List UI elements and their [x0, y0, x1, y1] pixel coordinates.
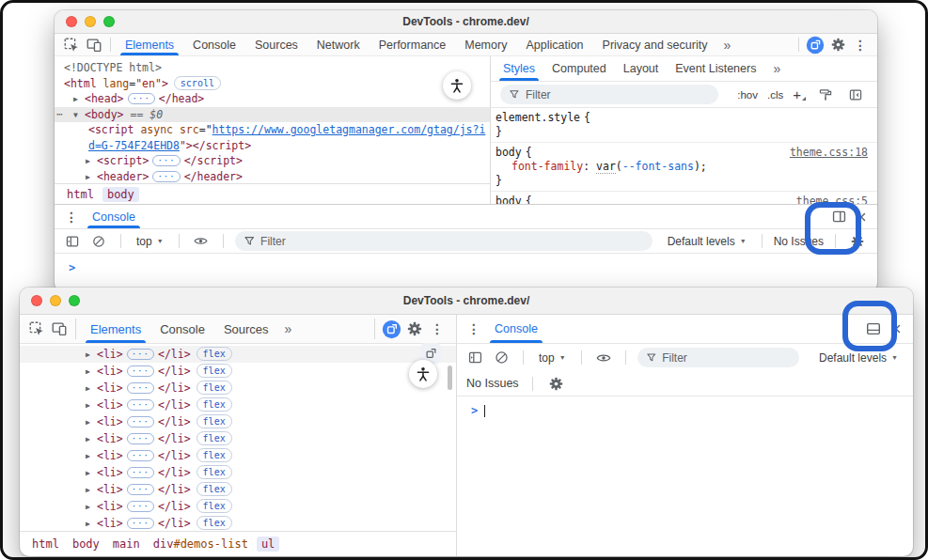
- expand-arrow-icon[interactable]: ▶: [86, 414, 97, 431]
- script-src-link[interactable]: https://www.googletagmanager.com/gtag/js…: [212, 123, 486, 136]
- expand-children-dots-icon[interactable]: ···: [127, 450, 154, 461]
- expand-children-dots-icon[interactable]: ···: [127, 518, 154, 529]
- issues-counter[interactable]: No Issues: [466, 377, 519, 390]
- expand-arrow-icon[interactable]: ▶: [86, 170, 97, 184]
- expand-children-dots-icon[interactable]: ···: [127, 484, 154, 495]
- toggle-sidebar-icon[interactable]: [845, 87, 866, 102]
- console-settings-gear-icon[interactable]: [847, 234, 868, 249]
- tab-application[interactable]: Application: [516, 34, 592, 55]
- tree-node-li[interactable]: ▶<li>···</li>flex: [20, 413, 456, 430]
- tree-node-doctype[interactable]: <!DOCTYPE html>: [55, 60, 490, 76]
- breadcrumb-html[interactable]: html: [62, 187, 99, 202]
- execution-context-dropdown[interactable]: top▼: [133, 235, 167, 248]
- more-options-kebab-icon[interactable]: ⋮: [849, 34, 872, 55]
- console-filter-input[interactable]: [637, 348, 799, 367]
- panel-tab-console[interactable]: Console: [485, 315, 547, 343]
- expand-children-dots-icon[interactable]: ···: [127, 349, 154, 360]
- flex-badge[interactable]: flex: [197, 397, 232, 412]
- new-style-rule-plus-icon[interactable]: +: [793, 86, 806, 102]
- element-classes-button[interactable]: .cls: [767, 89, 783, 101]
- style-rule-element-style[interactable]: element.style{ }: [491, 108, 877, 143]
- panel-menu-kebab-icon[interactable]: ⋮: [463, 315, 485, 343]
- breadcrumb-main[interactable]: main: [108, 537, 145, 552]
- tree-node-gtm-script-wrap[interactable]: d=G-754F24EHD8"></script>: [55, 138, 490, 154]
- tree-node-li[interactable]: ▶<li>···</li>flex: [20, 464, 456, 481]
- script-src-link[interactable]: d=G-754F24EHD8: [88, 139, 180, 152]
- tree-node-li[interactable]: ▶<li>···</li>flex: [20, 380, 456, 397]
- inspect-element-icon[interactable]: [60, 34, 83, 55]
- tree-node-html[interactable]: <html lang="en">scroll: [55, 76, 490, 92]
- expand-arrow-icon[interactable]: ▶: [86, 431, 97, 448]
- tab-sources[interactable]: Sources: [245, 34, 307, 55]
- style-rule-body-theme5[interactable]: body{theme.css:5: [491, 192, 877, 204]
- console-filter-field[interactable]: [662, 351, 790, 365]
- expand-arrow-icon[interactable]: ▶: [86, 364, 97, 381]
- tab-elements[interactable]: Elements: [116, 34, 183, 55]
- dock-state-blue-icon[interactable]: [804, 34, 826, 55]
- flex-badge[interactable]: flex: [197, 465, 232, 479]
- tree-node-li[interactable]: ▶<li>···</li>flex: [20, 447, 456, 464]
- device-toolbar-icon[interactable]: [48, 315, 71, 343]
- expand-children-dots-icon[interactable]: ···: [127, 433, 154, 444]
- titlebar[interactable]: DevTools - chrome.dev/: [20, 288, 913, 315]
- tree-node-head[interactable]: ▶<head>···</head>: [55, 91, 490, 107]
- more-styles-tabs-chevron-icon[interactable]: »: [764, 56, 789, 81]
- tree-node-li[interactable]: ▶<li>···</li>flex: [20, 397, 456, 413]
- minimize-traffic-light[interactable]: [50, 295, 61, 306]
- dock-right-icon[interactable]: [827, 205, 850, 228]
- flex-badge[interactable]: flex: [197, 347, 232, 361]
- tab-sources[interactable]: Sources: [214, 315, 278, 343]
- zoom-traffic-light[interactable]: [69, 295, 80, 306]
- tab-elements[interactable]: Elements: [81, 315, 150, 343]
- console-filter-input[interactable]: [235, 231, 653, 251]
- log-levels-dropdown[interactable]: Default levels▼: [815, 351, 902, 365]
- expand-arrow-icon[interactable]: ▶: [86, 381, 97, 397]
- breadcrumb-ul[interactable]: ul: [257, 537, 279, 552]
- console-settings-gear-icon[interactable]: [546, 376, 567, 392]
- expand-arrow-icon[interactable]: ▶: [86, 154, 97, 170]
- flex-badge[interactable]: flex: [197, 364, 232, 378]
- settings-gear-icon[interactable]: [403, 315, 426, 343]
- execution-context-dropdown[interactable]: top▼: [535, 351, 570, 365]
- expand-arrow-icon[interactable]: ▶: [86, 499, 97, 516]
- expand-arrow-icon[interactable]: ▶: [86, 448, 97, 465]
- css-property-name[interactable]: font-family: [511, 160, 583, 173]
- tree-node-li[interactable]: ▶<li>···</li>flex: [20, 430, 456, 447]
- flex-badge[interactable]: flex: [197, 482, 232, 496]
- tree-node-li[interactable]: ▶<li>···</li>flex: [20, 363, 456, 380]
- tree-node-li[interactable]: ▶<li>···</li>flex: [20, 498, 456, 515]
- tab-styles[interactable]: Styles: [495, 56, 543, 81]
- styles-filter-input[interactable]: [500, 85, 718, 104]
- live-expression-eye-icon[interactable]: [191, 233, 212, 249]
- console-filter-field[interactable]: [260, 235, 644, 248]
- expand-arrow-icon[interactable]: ▶: [86, 516, 97, 531]
- flex-badge[interactable]: flex: [197, 448, 232, 462]
- rendering-emulation-brush-icon[interactable]: [815, 87, 836, 102]
- zoom-traffic-light[interactable]: [103, 16, 115, 27]
- clear-console-icon[interactable]: [491, 350, 511, 366]
- close-drawer-icon[interactable]: [850, 205, 873, 228]
- close-traffic-light[interactable]: [31, 295, 42, 306]
- minimize-traffic-light[interactable]: [85, 16, 96, 27]
- console-prompt[interactable]: >: [457, 397, 913, 417]
- settings-gear-icon[interactable]: [826, 34, 849, 55]
- css-var-function[interactable]: var: [596, 160, 616, 174]
- tab-console[interactable]: Console: [183, 34, 245, 55]
- dock-state-blue-icon[interactable]: [380, 315, 403, 343]
- expand-children-dots-icon[interactable]: ···: [127, 416, 154, 428]
- stylesheet-source-link[interactable]: theme.css:5: [796, 194, 868, 204]
- breadcrumb-html[interactable]: html: [27, 537, 64, 552]
- flex-badge[interactable]: flex: [197, 516, 232, 530]
- tree-node-li[interactable]: ▶<li>···</li>flex: [20, 481, 456, 498]
- tab-performance[interactable]: Performance: [370, 34, 456, 55]
- css-variable-name[interactable]: --font-sans: [622, 160, 694, 173]
- toggle-element-state-button[interactable]: :hov: [737, 89, 758, 101]
- expand-arrow-icon[interactable]: ▶: [86, 465, 97, 482]
- console-prompt[interactable]: >: [55, 254, 877, 274]
- device-toolbar-icon[interactable]: [83, 34, 105, 55]
- issues-counter[interactable]: No Issues: [774, 235, 824, 248]
- node-menu-dots-icon[interactable]: ⋯: [56, 107, 62, 123]
- expand-children-dots-icon[interactable]: ···: [152, 171, 180, 182]
- scroll-badge[interactable]: scroll: [174, 76, 221, 90]
- drawer-menu-kebab-icon[interactable]: ⋮: [60, 205, 83, 228]
